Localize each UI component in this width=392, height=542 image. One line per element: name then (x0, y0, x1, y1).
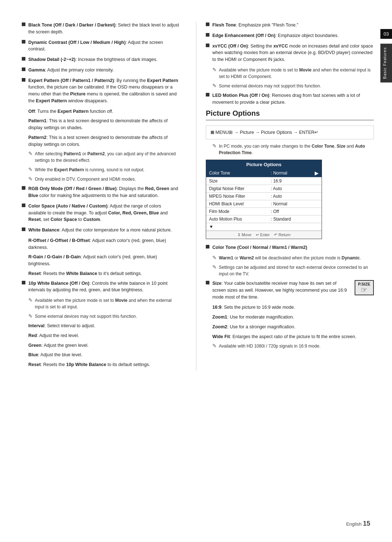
page-footer: English 15 (346, 520, 370, 527)
osd-row-value: : 16:9 (271, 178, 319, 184)
bullet-text: Dynamic Contrast (Off / Low / Medium / H… (28, 39, 179, 53)
list-item: Edge Enhancement (Off / On): Emphasize o… (206, 32, 374, 39)
osd-table-row: ▼ (206, 223, 322, 231)
bullet-icon (22, 204, 25, 207)
side-tab-label: Basic Features (380, 44, 392, 82)
note-item: ✎ In PC mode, you can only make changes … (212, 143, 374, 156)
note-text: Available when the picture mode is set t… (219, 67, 374, 80)
bullet-icon (22, 67, 25, 71)
bullet-text: Expert Pattern (Off / Pattern1 / Pattern… (28, 77, 179, 104)
bullet-icon (206, 93, 209, 97)
sub-para: 16:9: Sets the picture to 16:9 wide mode… (212, 304, 374, 311)
size-section: Size: Your cable box/satellite receiver … (206, 280, 374, 300)
right-column: Flesh Tone: Emphasize pink "Flesh Tone."… (202, 22, 374, 371)
note-text: Only enabled in DTV, Component and HDMI … (35, 176, 136, 182)
list-item: Dynamic Contrast (Off / Low / Medium / H… (22, 39, 179, 53)
note-icon: ✎ (28, 167, 33, 172)
osd-table-row: Color Tone : Normal ▶ (206, 169, 322, 177)
bullet-text: Gamma: Adjust the primary color intensit… (28, 67, 114, 74)
bullet-text: Flesh Tone: Emphasize pink "Flesh Tone." (212, 22, 298, 29)
bullet-icon (206, 281, 209, 284)
osd-row-label: MPEG Noise Filter (209, 194, 271, 199)
size-bullet: Size: Your cable box/satellite receiver … (206, 280, 350, 300)
note-text: Some external devices may not support th… (219, 83, 321, 89)
bullet-text: xvYCC (Off / On): Setting the xvYCC mode… (212, 43, 374, 63)
note-text: Some external devices may not support th… (35, 313, 137, 320)
osd-row-label: Size (209, 178, 271, 184)
bullet-icon (22, 227, 25, 231)
bullet-icon (206, 33, 209, 37)
osd-row-value: : Auto (271, 194, 319, 199)
sub-para: Reset: Resets the 10p White Balance to i… (28, 361, 179, 368)
osd-row-value: : Off (271, 209, 319, 214)
osd-row-label: Digital Noise Filter (209, 186, 271, 191)
bullet-icon (206, 22, 209, 26)
note-item: ✎ Available with HD 1080i / 720p signals… (212, 343, 374, 349)
list-item: LED Motion Plus (Off / On): Removes drag… (206, 92, 374, 106)
note-text: Available when the picture mode is set t… (35, 297, 179, 310)
list-item: Black Tone (Off / Dark / Darker / Darkes… (22, 22, 179, 36)
sub-para: Wide Fit: Enlarges the aspect ratio of t… (212, 333, 374, 340)
osd-table-row: Film Mode : Off (206, 208, 322, 215)
osd-row-label: Film Mode (209, 209, 271, 214)
osd-row-arrow: ▶ (315, 170, 319, 176)
list-item: Expert Pattern (Off / Pattern1 / Pattern… (22, 77, 179, 104)
sub-para: Zoom2: Use for a stronger magnification. (212, 324, 374, 330)
bullet-text: Edge Enhancement (Off / On): Emphasize o… (212, 32, 339, 39)
bullet-icon (22, 57, 25, 61)
osd-row-value: : Normal (271, 201, 319, 206)
bullet-icon (22, 40, 25, 44)
osd-table-row: Auto Motion Plus : Standard (206, 215, 322, 223)
content-area: Black Tone (Off / Dark / Darker / Darkes… (0, 0, 392, 393)
note-text: Settings can be adjusted and stored for … (219, 264, 374, 277)
osd-table-row: MPEG Noise Filter : Auto (206, 193, 322, 200)
osd-row-value: : Standard (271, 217, 319, 222)
bullet-text: Size: Your cable box/satellite receiver … (212, 280, 350, 300)
bullet-icon (22, 78, 25, 82)
bullet-icon (206, 245, 209, 249)
note-text: Available with HD 1080i / 720p signals i… (219, 343, 320, 349)
note-icon: ✎ (212, 67, 217, 73)
list-item: Flesh Tone: Emphasize pink "Flesh Tone." (206, 22, 374, 29)
osd-row-value: : Auto (271, 186, 319, 191)
sub-para: R-Offset / G-Offset / B-Offset: Adjust e… (28, 237, 179, 251)
osd-table: Picture Options Color Tone : Normal ▶ Si… (206, 160, 322, 239)
bullet-text: Color Tone (Cool / Normal / Warm1 / Warm… (212, 244, 307, 251)
osd-row-label: Auto Motion Plus (209, 217, 271, 222)
bullet-text: Shadow Detail (-2~+2): Increase the brig… (28, 56, 158, 63)
note-icon: ✎ (212, 255, 217, 260)
bullet-text: 10p White Balance (Off / On): Controls t… (28, 280, 179, 294)
sub-para: Zoom1: Use for moderate magnification. (212, 314, 374, 321)
menu-path-text: MENU⊞ → Picture → Picture Options → ENTE… (216, 130, 319, 135)
note-item: ✎ After selecting Pattern1 or Pattern2, … (28, 151, 179, 164)
section-heading: Picture Options (206, 109, 374, 120)
note-item: ✎ Available when the picture mode is set… (212, 67, 374, 80)
list-item: Color Space (Auto / Native / Custom): Ad… (22, 203, 179, 223)
osd-row-value: : Normal (271, 171, 315, 176)
note-item: ✎ Some external devices may not support … (212, 83, 374, 89)
left-column: Black Tone (Off / Dark / Darker / Darkes… (22, 22, 190, 371)
bullet-icon (22, 22, 25, 26)
sub-para: Green: Adjust the green level. (28, 342, 179, 349)
psize-button: P.SIZE ☞ (355, 280, 374, 295)
bullet-text: White Balance: Adjust the color temperat… (28, 227, 172, 234)
menu-icon: ⊞ (211, 130, 214, 135)
list-item: Color Tone (Cool / Normal / Warm1 / Warm… (206, 244, 374, 251)
note-item: ✎ While the Expert Pattern is running, s… (28, 167, 179, 173)
sub-para: Pattern1: This is a test screen designed… (28, 118, 179, 131)
bullet-text: LED Motion Plus (Off / On): Removes drag… (212, 92, 374, 106)
note-item: ✎ Only enabled in DTV, Component and HDM… (28, 176, 179, 182)
osd-row-label: Color Tone (209, 171, 271, 176)
bullet-text: Black Tone (Off / Dark / Darker / Darkes… (28, 22, 179, 36)
note-text: Warm1 or Warm2 will be deactivated when … (219, 255, 361, 261)
column-divider (196, 22, 196, 371)
note-text: While the Expert Pattern is running, sou… (35, 167, 144, 173)
sub-para: R-Gain / G-Gain / B-Gain: Adjust each co… (28, 254, 179, 267)
footer-text: English (346, 521, 362, 527)
note-icon: ✎ (212, 83, 217, 89)
note-icon: ✎ (212, 143, 217, 149)
note-item: ✎ Warm1 or Warm2 will be deactivated whe… (212, 255, 374, 261)
bullet-icon (22, 186, 25, 190)
note-icon: ✎ (28, 176, 33, 182)
side-tab-number: 03 (380, 29, 392, 39)
